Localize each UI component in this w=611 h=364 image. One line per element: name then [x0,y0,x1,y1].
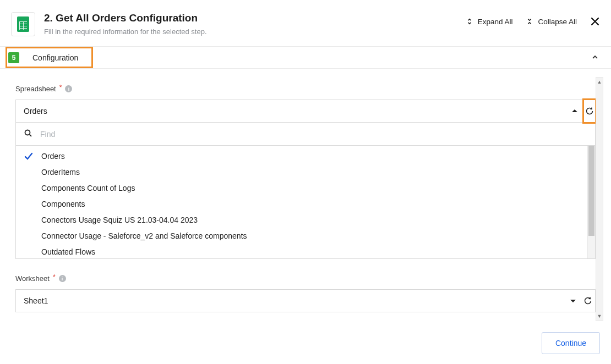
page-title: 2. Get All Orders Configuration [44,12,457,24]
spreadsheet-label-text: Spreadsheet [15,85,56,93]
search-icon [24,129,32,140]
spreadsheet-select[interactable]: Orders [15,100,596,123]
svg-point-3 [25,130,30,135]
spreadsheet-selected-value: Orders [16,100,567,122]
title-block: 2. Get All Orders Configuration Fill in … [44,12,457,36]
info-icon[interactable]: i [59,275,66,282]
expand-icon [466,18,473,25]
section-configuration-header[interactable]: 5 Configuration [0,46,611,69]
spreadsheet-find-input[interactable] [40,130,595,139]
worksheet-label: Worksheet* i [15,274,596,283]
page-subtitle: Fill in the required information for the… [44,27,457,36]
spreadsheet-option[interactable]: Conectors Usage Squiz US 21.03-04.04 202… [16,212,587,228]
header: 2. Get All Orders Configuration Fill in … [0,0,611,46]
footer: Continue [0,322,611,364]
spreadsheet-label: Spreadsheet* i [15,85,596,93]
chevron-up-icon[interactable] [591,53,599,63]
section-title: Configuration [32,53,78,62]
option-label: Connector Usage - Saleforce_v2 and Salef… [41,231,247,240]
svg-line-4 [30,134,32,136]
expand-all-button[interactable]: Expand All [466,18,513,26]
option-label: Components Count of Logs [41,184,135,192]
caret-down-icon[interactable] [565,290,581,312]
collapse-icon [526,18,533,25]
expand-all-label: Expand All [478,18,513,26]
option-label: OrderItems [41,168,80,177]
spreadsheet-option[interactable]: Components [16,196,587,212]
option-label: Conectors Usage Squiz US 21.03-04.04 202… [41,216,198,224]
continue-button[interactable]: Continue [542,332,600,354]
refresh-spreadsheet-button[interactable] [582,98,597,124]
required-asterisk: * [59,84,62,91]
configuration-content: Spreadsheet* i Orders OrdersOrderItemsCo… [0,71,596,322]
close-button[interactable] [590,16,600,26]
caret-up-icon[interactable] [567,100,582,122]
spreadsheet-dropdown-list: OrdersOrderItemsComponents Count of Logs… [15,146,596,259]
spreadsheet-option[interactable]: Connector Usage - Saleforce_v2 and Salef… [16,228,587,244]
option-label: Components [41,200,85,208]
scroll-arrow-down-icon[interactable]: ▼ [596,312,603,321]
app-icon [11,12,35,36]
option-label: Outdated Flows [41,247,95,256]
header-actions: Expand All Collapse All [466,12,600,26]
worksheet-select[interactable]: Sheet1 [15,289,596,312]
spreadsheet-option[interactable]: Components Count of Logs [16,180,587,196]
collapse-all-label: Collapse All [538,18,577,26]
section-badge-area: 5 Configuration [6,47,93,68]
spreadsheet-search-row [15,123,596,146]
content-scrollbar[interactable]: ▲ ▼ [596,77,603,321]
svg-marker-5 [570,300,576,302]
option-label: Orders [41,152,65,161]
collapse-all-button[interactable]: Collapse All [526,18,577,26]
svg-marker-2 [572,109,577,112]
scroll-arrow-up-icon[interactable]: ▲ [596,78,603,86]
scrollbar-thumb[interactable] [588,146,594,236]
check-icon [24,151,34,161]
worksheet-selected-value: Sheet1 [16,290,565,312]
google-sheets-icon [17,16,29,32]
spreadsheet-option[interactable]: Orders [16,148,587,164]
worksheet-field: Worksheet* i Sheet1 [15,274,596,312]
info-icon[interactable]: i [65,85,72,92]
section-count-badge: 5 [8,52,19,63]
dropdown-scrollbar[interactable] [587,146,595,258]
spreadsheet-option[interactable]: OrderItems [16,164,587,180]
required-asterisk: * [53,273,56,281]
spreadsheet-option[interactable]: Outdated Flows [16,244,587,259]
worksheet-label-text: Worksheet [15,274,50,283]
refresh-worksheet-button[interactable] [581,290,595,312]
